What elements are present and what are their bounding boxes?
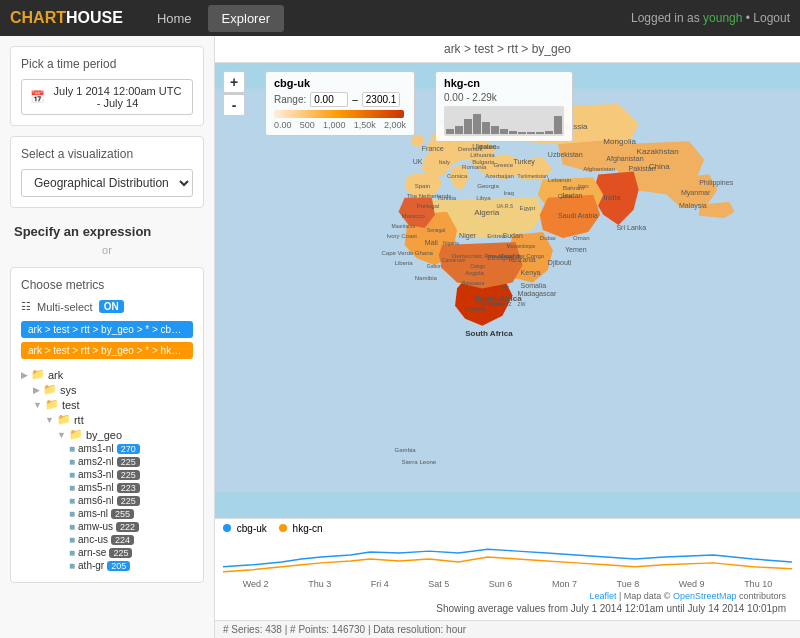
svg-text:Philippines: Philippines xyxy=(699,179,734,187)
hist-bar-2 xyxy=(455,126,463,134)
map-container[interactable]: Sweden Poland France UK Ukraine Turkey R… xyxy=(215,63,800,518)
visualization-select[interactable]: Geographical Distribution xyxy=(21,169,193,197)
map-area: ark > test > rtt > by_geo xyxy=(215,36,800,638)
tree-bygeo-indent: ▼ 📁 by_geo ■ ams1-nl 270 xyxy=(45,427,193,572)
time-period-section: Pick a time period 📅 July 1 2014 12:00am… xyxy=(10,46,204,126)
svg-text:Egypt: Egypt xyxy=(520,205,536,211)
tri-icon-sys: ▶ xyxy=(33,385,40,395)
svg-text:Italy: Italy xyxy=(439,159,451,165)
svg-text:Botswana: Botswana xyxy=(462,280,484,286)
range-max-input[interactable] xyxy=(362,92,400,107)
svg-text:Lebanon: Lebanon xyxy=(548,177,572,183)
leaf-label-ams-nl: ams-nl xyxy=(78,508,108,519)
leaf-ams1[interactable]: ■ ams1-nl 270 xyxy=(69,442,193,455)
leaf-icon-ath: ■ xyxy=(69,560,75,571)
svg-text:Turkey: Turkey xyxy=(514,158,536,166)
logout-link[interactable]: Logout xyxy=(753,11,790,25)
timeline-chart[interactable] xyxy=(223,537,792,577)
tree-label-bygeo: by_geo xyxy=(86,429,122,441)
hkg-legend-label: hkg-cn xyxy=(293,523,323,534)
leaf-ams6[interactable]: ■ ams6-nl 225 xyxy=(69,494,193,507)
svg-text:Bahrain: Bahrain xyxy=(563,185,584,191)
metric-tag-2[interactable]: ark > test > rtt > by_geo > * > hkg-cn xyxy=(21,342,193,359)
legend-cbg-title: cbg-uk xyxy=(274,77,406,89)
leaf-arn[interactable]: ■ arn-se 225 xyxy=(69,546,193,559)
svg-text:Lithuania: Lithuania xyxy=(470,152,495,158)
leaf-icon-ams1: ■ xyxy=(69,443,75,454)
leaf-icon-ams5: ■ xyxy=(69,482,75,493)
x-label-0: Wed 2 xyxy=(243,579,269,589)
tree-item-ark[interactable]: ▶ 📁 ark xyxy=(21,367,193,382)
leaf-ams2[interactable]: ■ ams2-nl 225 xyxy=(69,455,193,468)
svg-text:Romania: Romania xyxy=(462,164,487,170)
time-period-label: Pick a time period xyxy=(21,57,193,71)
svg-text:Uzbekistan: Uzbekistan xyxy=(548,151,583,158)
badge-ams6: 225 xyxy=(117,496,140,506)
multi-select-toggle[interactable]: ON xyxy=(99,300,124,313)
logo: CHARTHOUSE xyxy=(10,9,123,27)
tree-item-bygeo[interactable]: ▼ 📁 by_geo xyxy=(57,427,193,442)
tree-label-test: test xyxy=(62,399,80,411)
username-link[interactable]: youngh xyxy=(703,11,742,25)
leaf-amw[interactable]: ■ amw-us 222 xyxy=(69,520,193,533)
metric-tag-1[interactable]: ark > test > rtt > by_geo > * > cbg-uk xyxy=(21,321,193,338)
svg-text:Niger: Niger xyxy=(459,232,476,240)
leaf-ath[interactable]: ■ ath-gr 205 xyxy=(69,559,193,572)
gradient-bar-cbg xyxy=(274,110,404,118)
tree-item-rtt[interactable]: ▼ 📁 rtt xyxy=(45,412,193,427)
or-divider: or xyxy=(14,244,200,256)
svg-text:Ghana: Ghana xyxy=(415,250,434,256)
leaf-ams5[interactable]: ■ ams5-nl 223 xyxy=(69,481,193,494)
leaflet-link[interactable]: Leaflet xyxy=(589,591,616,601)
x-label-4: Sun 6 xyxy=(489,579,513,589)
cbg-dot xyxy=(223,524,231,532)
osm-link[interactable]: OpenStreetMap xyxy=(673,591,737,601)
svg-text:MZ: MZ xyxy=(501,286,508,292)
zoom-out-button[interactable]: - xyxy=(223,94,245,116)
hist-bar-9 xyxy=(518,132,526,134)
svg-text:Madagascar: Madagascar xyxy=(518,290,557,298)
svg-text:Belarus: Belarus xyxy=(479,144,500,150)
leaf-icon-ams-nl: ■ xyxy=(69,508,75,519)
tri-icon-bygeo: ▼ xyxy=(57,430,66,440)
tree-item-test[interactable]: ▼ 📁 test xyxy=(33,397,193,412)
timeline-area: cbg-uk hkg-cn Wed 2 Thu 3 Fri 4 xyxy=(215,518,800,620)
svg-text:Afghanistan: Afghanistan xyxy=(583,166,615,172)
nav: Home Explorer xyxy=(143,5,284,32)
main-layout: Pick a time period 📅 July 1 2014 12:00am… xyxy=(0,36,800,638)
svg-text:Cameroon: Cameroon xyxy=(442,257,466,263)
badge-ams1: 270 xyxy=(117,444,140,454)
svg-text:Qatar: Qatar xyxy=(558,193,573,199)
folder-icon-test: 📁 xyxy=(45,398,59,411)
svg-text:Oman: Oman xyxy=(573,235,589,241)
svg-text:Saudi Arabia: Saudi Arabia xyxy=(558,212,598,219)
svg-text:Pakistan: Pakistan xyxy=(629,165,656,172)
leaf-ams3[interactable]: ■ ams3-nl 225 xyxy=(69,468,193,481)
leaf-ams-nl[interactable]: ■ ams-nl 255 xyxy=(69,507,193,520)
date-picker-button[interactable]: 📅 July 1 2014 12:00am UTC - July 14 xyxy=(21,79,193,115)
svg-text:Malaysia: Malaysia xyxy=(679,202,707,210)
leaf-icon-amw: ■ xyxy=(69,521,75,532)
range-label: Range: xyxy=(274,94,306,105)
svg-text:France: France xyxy=(422,145,444,152)
legend-hkg-title: hkg-cn xyxy=(444,77,564,89)
nav-home[interactable]: Home xyxy=(143,5,206,32)
contributors-text: contributors xyxy=(739,591,786,601)
legend-hkg-range-row: 0.00 - 2.29k xyxy=(444,92,564,103)
cbg-legend-label: cbg-uk xyxy=(237,523,267,534)
svg-text:Iraq: Iraq xyxy=(503,190,513,196)
sidebar: Pick a time period 📅 July 1 2014 12:00am… xyxy=(0,36,215,638)
leaf-label-ams5: ams5-nl xyxy=(78,482,114,493)
svg-text:UA.R.S: UA.R.S xyxy=(496,203,513,209)
tree-test-indent: ▼ 📁 test ▼ 📁 rtt ▼ 📁 xyxy=(21,397,193,572)
folder-icon-sys: 📁 xyxy=(43,383,57,396)
nav-explorer[interactable]: Explorer xyxy=(208,5,284,32)
tree-label-rtt: rtt xyxy=(74,414,84,426)
leaf-anc[interactable]: ■ anc-us 224 xyxy=(69,533,193,546)
tree-item-sys[interactable]: ▶ 📁 sys xyxy=(33,382,193,397)
leaf-label-ams3: ams3-nl xyxy=(78,469,114,480)
zoom-in-button[interactable]: + xyxy=(223,71,245,93)
legend-cbg-range-row: Range: – xyxy=(274,92,406,107)
leaf-label-ams2: ams2-nl xyxy=(78,456,114,467)
range-min-input[interactable] xyxy=(310,92,348,107)
